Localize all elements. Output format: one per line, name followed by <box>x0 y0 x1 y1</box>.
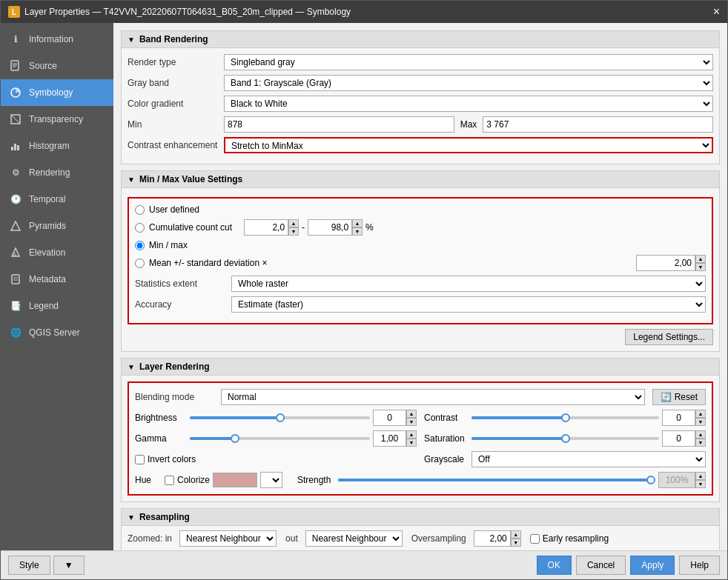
strength-input[interactable] <box>658 472 695 488</box>
contrast-up[interactable]: ▲ <box>695 410 706 418</box>
mean-down[interactable]: ▼ <box>695 263 706 271</box>
mean-input[interactable] <box>636 255 695 271</box>
min-max-radio[interactable] <box>135 241 145 250</box>
saturation-up[interactable]: ▲ <box>695 430 706 439</box>
oversampling-down[interactable]: ▼ <box>511 539 521 547</box>
sidebar-label-information: Information <box>29 34 73 44</box>
contrast-label: Contrast <box>424 413 469 423</box>
sidebar-item-metadata[interactable]: Metadata <box>1 266 113 293</box>
sidebar-item-legend[interactable]: 📑 Legend <box>1 293 113 319</box>
cumulative-high-input[interactable] <box>308 219 352 236</box>
source-icon <box>8 59 23 73</box>
cumulative-high-up[interactable]: ▲ <box>352 219 363 227</box>
sidebar-item-symbology[interactable]: Symbology <box>1 79 113 106</box>
svg-marker-9 <box>11 221 20 230</box>
cumulative-low-input[interactable] <box>244 219 288 236</box>
sidebar-label-legend: Legend <box>29 301 59 311</box>
strength-up[interactable]: ▲ <box>695 472 706 480</box>
sidebar-item-temporal[interactable]: 🕐 Temporal <box>1 186 113 213</box>
cancel-button[interactable]: Cancel <box>576 556 626 575</box>
user-defined-radio[interactable] <box>135 205 145 215</box>
legend-settings-button[interactable]: Legend Settings... <box>625 329 713 345</box>
sidebar-item-pyramids[interactable]: Pyramids <box>1 213 113 239</box>
hue-label: Hue <box>135 475 157 485</box>
help-button[interactable]: Help <box>679 556 720 575</box>
reset-button[interactable]: 🔄 Reset <box>652 389 706 405</box>
brightness-input[interactable] <box>373 410 406 426</box>
contrast-enhancement-label: Contrast enhancement <box>128 140 224 150</box>
resampling-header[interactable]: ▼ Resampling <box>122 509 719 526</box>
sidebar-item-information[interactable]: ℹ Information <box>1 26 113 53</box>
invert-group: Invert colors <box>135 454 417 464</box>
cumulative-low-up[interactable]: ▲ <box>288 219 299 227</box>
sidebar-item-transparency[interactable]: Transparency <box>1 106 113 133</box>
zoomed-out-select[interactable]: Nearest Neighbour <box>305 530 403 547</box>
brightness-up[interactable]: ▲ <box>406 410 417 418</box>
cumulative-low-down[interactable]: ▼ <box>288 227 299 236</box>
ok-button[interactable]: OK <box>537 556 572 575</box>
sidebar-item-source[interactable]: Source <box>1 53 113 79</box>
contrast-enhancement-row: Contrast enhancement Stretch to MinMax <box>128 137 713 153</box>
brightness-down[interactable]: ▼ <box>406 418 417 426</box>
sidebar-item-rendering[interactable]: ⚙ Rendering <box>1 159 113 186</box>
saturation-input[interactable] <box>662 430 695 447</box>
invert-colors-checkbox[interactable] <box>135 455 145 464</box>
contrast-input[interactable] <box>662 410 695 426</box>
gray-band-row: Gray band Band 1: Grayscale (Gray) <box>128 75 713 91</box>
colorize-label: Colorize <box>177 475 210 485</box>
accuracy-label: Accuracy <box>135 299 231 310</box>
hue-row: Hue Colorize ▼ Strength <box>135 472 706 488</box>
zoomed-in-label: Zoomed: in <box>128 533 172 544</box>
early-resampling-checkbox[interactable] <box>530 534 540 544</box>
oversampling-up[interactable]: ▲ <box>511 530 521 539</box>
render-type-control: Singleband gray <box>224 54 713 70</box>
contrast-enhancement-select[interactable]: Stretch to MinMax <box>224 137 713 153</box>
gamma-thumb[interactable] <box>231 434 239 443</box>
strength-thumb[interactable] <box>646 476 655 484</box>
mean-radio[interactable] <box>135 259 145 268</box>
blending-left: Blending mode Normal <box>135 389 645 405</box>
colorize-dropdown[interactable]: ▼ <box>260 472 282 488</box>
min-max-row: Min Max <box>128 116 713 133</box>
sidebar-item-elevation[interactable]: Elevation <box>1 239 113 266</box>
oversampling-input-group: ▲ ▼ <box>474 530 521 547</box>
cumulative-high-down[interactable]: ▼ <box>352 227 363 236</box>
blending-mode-select[interactable]: Normal <box>221 389 645 405</box>
band-rendering-header[interactable]: ▼ Band Rendering <box>122 31 719 48</box>
min-max-header[interactable]: ▼ Min / Max Value Settings <box>122 171 719 188</box>
brightness-thumb[interactable] <box>276 413 285 422</box>
min-input[interactable] <box>224 116 454 133</box>
stats-extent-select[interactable]: Whole raster <box>231 276 706 292</box>
color-gradient-row: Color gradient Black to White <box>128 96 713 112</box>
cumulative-radio[interactable] <box>135 223 145 233</box>
style-dropdown-button[interactable]: ▼ <box>53 556 85 575</box>
strength-input-group: ▲ ▼ <box>658 472 706 488</box>
gamma-input[interactable] <box>373 430 406 447</box>
saturation-down[interactable]: ▼ <box>695 439 706 447</box>
mean-up[interactable]: ▲ <box>695 255 706 263</box>
gamma-down[interactable]: ▼ <box>406 439 417 447</box>
saturation-thumb[interactable] <box>561 434 570 443</box>
zoomed-in-select[interactable]: Nearest Neighbour <box>179 530 277 547</box>
close-button[interactable]: × <box>713 6 720 18</box>
max-input[interactable] <box>483 116 713 133</box>
style-button[interactable]: Style <box>8 556 50 575</box>
render-type-select[interactable]: Singleband gray <box>224 54 713 70</box>
invert-colors-label[interactable]: Invert colors <box>135 454 417 464</box>
accuracy-select[interactable]: Estimate (faster) <box>231 296 706 313</box>
sidebar-item-histogram[interactable]: Histogram <box>1 133 113 159</box>
gray-band-select[interactable]: Band 1: Grayscale (Gray) <box>224 75 713 91</box>
contrast-down[interactable]: ▼ <box>695 418 706 426</box>
oversampling-input[interactable] <box>474 530 511 547</box>
contrast-thumb[interactable] <box>561 413 570 422</box>
color-gradient-select[interactable]: Black to White <box>224 96 713 112</box>
grayscale-select[interactable]: Off <box>471 451 706 467</box>
strength-down[interactable]: ▼ <box>695 480 706 488</box>
sidebar-label-source: Source <box>29 61 57 71</box>
colorize-checkbox[interactable] <box>165 476 174 485</box>
gamma-up[interactable]: ▲ <box>406 430 417 439</box>
layer-rendering-header[interactable]: ▼ Layer Rendering <box>122 359 719 376</box>
apply-button[interactable]: Apply <box>630 556 675 575</box>
colorize-swatch[interactable] <box>213 473 257 487</box>
sidebar-item-qgis-server[interactable]: 🌐 QGIS Server <box>1 319 113 346</box>
